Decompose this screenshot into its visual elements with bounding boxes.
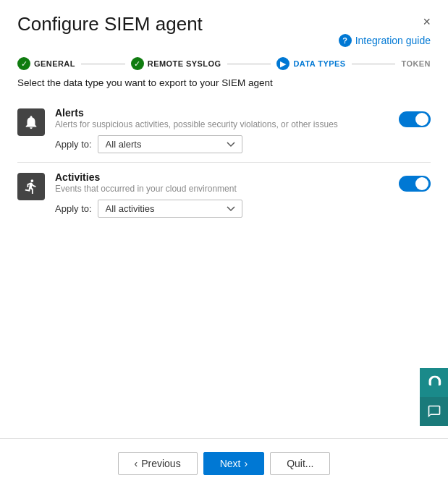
integration-guide-label: Integration guide <box>355 35 431 46</box>
previous-button[interactable]: ‹ Previous <box>118 452 198 475</box>
side-chat-button[interactable] <box>420 397 448 426</box>
activities-apply-row: Apply to: All activities Custom <box>55 200 389 218</box>
alerts-apply-label: Apply to: <box>55 139 92 150</box>
chat-icon <box>427 404 441 419</box>
modal-footer: ‹ Previous Next › Quit... <box>0 438 448 491</box>
close-button[interactable]: × <box>423 14 431 30</box>
configure-siem-modal: Configure SIEM agent × ? Integration gui… <box>0 0 448 491</box>
stepper: ✓ GENERAL ✓ REMOTE SYSLOG ▶ DATA TYPES T… <box>0 47 448 77</box>
step-label-token: TOKEN <box>401 59 431 68</box>
previous-chevron-icon: ‹ <box>135 458 138 469</box>
previous-label: Previous <box>141 458 180 469</box>
side-help-button[interactable] <box>420 368 448 397</box>
alerts-icon-container <box>17 108 45 136</box>
alerts-apply-row: Apply to: All alerts Custom <box>55 135 389 153</box>
step-line-1 <box>81 64 125 64</box>
step-data-types: ▶ DATA TYPES <box>276 57 345 70</box>
activities-title: Activities <box>55 171 389 183</box>
alerts-toggle[interactable] <box>399 111 431 127</box>
alerts-info: Alerts Alerts for suspicious activities,… <box>55 107 389 153</box>
activities-apply-select[interactable]: All activities Custom <box>98 200 242 218</box>
help-icon: ? <box>339 34 352 47</box>
headset-icon <box>427 375 441 390</box>
data-type-activities-row: Activities Events that occurred in your … <box>17 163 431 226</box>
activities-icon-container <box>17 173 45 200</box>
modal-header: Configure SIEM agent × ? Integration gui… <box>0 0 448 47</box>
section-description: Select the data type you want to export … <box>17 77 431 88</box>
quit-label: Quit... <box>287 458 313 469</box>
step-general: ✓ GENERAL <box>17 57 75 70</box>
activities-toggle[interactable] <box>399 176 431 192</box>
next-chevron-icon: › <box>244 458 248 469</box>
next-button[interactable]: Next › <box>203 452 264 475</box>
step-label-datatypes: DATA TYPES <box>293 59 345 68</box>
data-type-alerts-row: Alerts Alerts for suspicious activities,… <box>17 98 431 163</box>
step-icon-datatypes: ▶ <box>276 57 289 70</box>
quit-button[interactable]: Quit... <box>270 452 330 475</box>
alerts-title: Alerts <box>55 107 389 119</box>
modal-title: Configure SIEM agent <box>17 13 203 35</box>
bell-icon <box>23 114 39 130</box>
side-buttons <box>420 368 448 426</box>
alerts-apply-select[interactable]: All alerts Custom <box>98 135 242 153</box>
step-label-general: GENERAL <box>34 59 75 68</box>
activities-apply-label: Apply to: <box>55 203 92 214</box>
step-line-3 <box>352 64 396 64</box>
integration-guide-link[interactable]: ? Integration guide <box>339 34 431 47</box>
alerts-description: Alerts for suspicious activities, possib… <box>55 119 389 129</box>
activities-info: Activities Events that occurred in your … <box>55 171 389 218</box>
step-icon-syslog: ✓ <box>131 57 144 70</box>
next-label: Next <box>220 458 241 469</box>
modal-body: Select the data type you want to export … <box>0 77 448 438</box>
step-icon-general: ✓ <box>17 57 30 70</box>
step-token: TOKEN <box>401 59 431 68</box>
step-remote-syslog: ✓ REMOTE SYSLOG <box>131 57 221 70</box>
activities-description: Events that occurred in your cloud envir… <box>55 184 389 194</box>
step-line-2 <box>227 64 271 64</box>
activity-icon <box>23 179 39 195</box>
step-label-syslog: REMOTE SYSLOG <box>148 59 221 68</box>
